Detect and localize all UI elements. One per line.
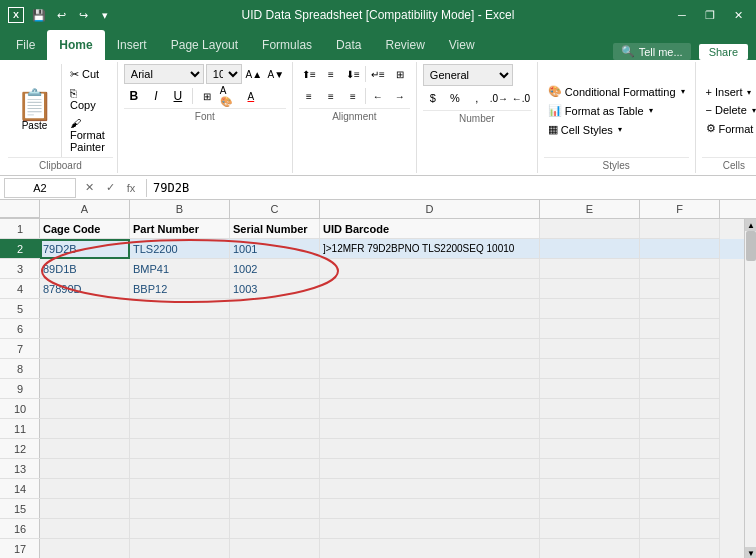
tell-me-button[interactable]: 🔍 Tell me... <box>613 43 691 60</box>
font-family-select[interactable]: Arial <box>124 64 204 84</box>
col-header-e[interactable]: E <box>540 200 640 218</box>
cell-d11[interactable] <box>320 419 540 439</box>
cell-b11[interactable] <box>130 419 230 439</box>
row-num-3[interactable]: 3 <box>0 259 40 279</box>
cell-d7[interactable] <box>320 339 540 359</box>
cell-e17[interactable] <box>540 539 640 558</box>
row-num-13[interactable]: 13 <box>0 459 40 479</box>
row-num-12[interactable]: 12 <box>0 439 40 459</box>
cell-b13[interactable] <box>130 459 230 479</box>
decrease-decimal-button[interactable]: ←.0 <box>511 88 531 108</box>
cell-d12[interactable] <box>320 439 540 459</box>
tab-review[interactable]: Review <box>373 30 436 60</box>
cell-f16[interactable] <box>640 519 720 539</box>
cell-b6[interactable] <box>130 319 230 339</box>
cell-d15[interactable] <box>320 499 540 519</box>
cell-e1[interactable] <box>540 219 640 239</box>
cell-c11[interactable] <box>230 419 320 439</box>
tab-formulas[interactable]: Formulas <box>250 30 324 60</box>
cell-e14[interactable] <box>540 479 640 499</box>
redo-button[interactable]: ↪ <box>74 6 92 24</box>
restore-button[interactable]: ❐ <box>700 5 720 25</box>
indent-increase-button[interactable]: → <box>390 86 410 106</box>
col-header-f[interactable]: F <box>640 200 720 218</box>
paste-button[interactable]: 📋 Paste <box>8 64 62 157</box>
cell-e13[interactable] <box>540 459 640 479</box>
close-button[interactable]: ✕ <box>728 5 748 25</box>
cell-e9[interactable] <box>540 379 640 399</box>
cell-f10[interactable] <box>640 399 720 419</box>
cell-b5[interactable] <box>130 299 230 319</box>
border-button[interactable]: ⊞ <box>197 86 217 106</box>
cell-c10[interactable] <box>230 399 320 419</box>
cell-a15[interactable] <box>40 499 130 519</box>
cell-c15[interactable] <box>230 499 320 519</box>
cell-f8[interactable] <box>640 359 720 379</box>
cell-b10[interactable] <box>130 399 230 419</box>
cell-c9[interactable] <box>230 379 320 399</box>
tab-file[interactable]: File <box>4 30 47 60</box>
row-num-16[interactable]: 16 <box>0 519 40 539</box>
row-num-10[interactable]: 10 <box>0 399 40 419</box>
font-color-button[interactable]: A <box>241 86 261 106</box>
row-num-15[interactable]: 15 <box>0 499 40 519</box>
undo-button[interactable]: ↩ <box>52 6 70 24</box>
cell-c6[interactable] <box>230 319 320 339</box>
cell-e8[interactable] <box>540 359 640 379</box>
cell-c7[interactable] <box>230 339 320 359</box>
cell-a12[interactable] <box>40 439 130 459</box>
scroll-down-button[interactable]: ▼ <box>745 547 756 558</box>
cell-b17[interactable] <box>130 539 230 558</box>
delete-button[interactable]: − Delete ▾ <box>702 102 756 118</box>
scroll-up-button[interactable]: ▲ <box>745 219 756 231</box>
cell-c2[interactable]: 1001 <box>230 239 320 259</box>
cell-f9[interactable] <box>640 379 720 399</box>
cell-a4[interactable]: 87890D <box>40 279 130 299</box>
cell-a9[interactable] <box>40 379 130 399</box>
vertical-scrollbar[interactable]: ▲ ▼ <box>744 219 756 558</box>
italic-button[interactable]: I <box>146 86 166 106</box>
row-num-9[interactable]: 9 <box>0 379 40 399</box>
cell-e10[interactable] <box>540 399 640 419</box>
col-header-a[interactable]: A <box>40 200 130 218</box>
cell-a11[interactable] <box>40 419 130 439</box>
increase-font-button[interactable]: A▲ <box>244 64 264 84</box>
cell-c4[interactable]: 1003 <box>230 279 320 299</box>
cell-e3[interactable] <box>540 259 640 279</box>
merge-button[interactable]: ⊞ <box>390 64 410 84</box>
formula-input[interactable] <box>153 181 752 195</box>
cell-f11[interactable] <box>640 419 720 439</box>
cell-b16[interactable] <box>130 519 230 539</box>
row-num-14[interactable]: 14 <box>0 479 40 499</box>
cell-d5[interactable] <box>320 299 540 319</box>
more-button[interactable]: ▾ <box>96 6 114 24</box>
cell-f7[interactable] <box>640 339 720 359</box>
format-painter-button[interactable]: 🖌 Format Painter <box>66 115 109 155</box>
cell-d6[interactable] <box>320 319 540 339</box>
cell-e16[interactable] <box>540 519 640 539</box>
indent-decrease-button[interactable]: ← <box>368 86 388 106</box>
cell-e4[interactable] <box>540 279 640 299</box>
cell-e11[interactable] <box>540 419 640 439</box>
dollar-button[interactable]: % <box>445 88 465 108</box>
col-header-d[interactable]: D <box>320 200 540 218</box>
tab-data[interactable]: Data <box>324 30 373 60</box>
row-num-4[interactable]: 4 <box>0 279 40 299</box>
cell-c5[interactable] <box>230 299 320 319</box>
font-size-select[interactable]: 10 <box>206 64 242 84</box>
conditional-formatting-button[interactable]: 🎨 Conditional Formatting ▾ <box>544 83 689 100</box>
cell-b2[interactable]: TLS2200 <box>130 239 230 259</box>
wrap-text-button[interactable]: ↵≡ <box>368 64 388 84</box>
increase-decimal-button[interactable]: .0→ <box>489 88 509 108</box>
cell-a8[interactable] <box>40 359 130 379</box>
cell-e15[interactable] <box>540 499 640 519</box>
minimize-button[interactable]: ─ <box>672 5 692 25</box>
name-box[interactable] <box>4 178 76 198</box>
cell-d14[interactable] <box>320 479 540 499</box>
tab-page-layout[interactable]: Page Layout <box>159 30 250 60</box>
tab-home[interactable]: Home <box>47 30 104 60</box>
comma-button[interactable]: , <box>467 88 487 108</box>
cell-c13[interactable] <box>230 459 320 479</box>
cell-c1[interactable]: Serial Number <box>230 219 320 239</box>
row-num-7[interactable]: 7 <box>0 339 40 359</box>
